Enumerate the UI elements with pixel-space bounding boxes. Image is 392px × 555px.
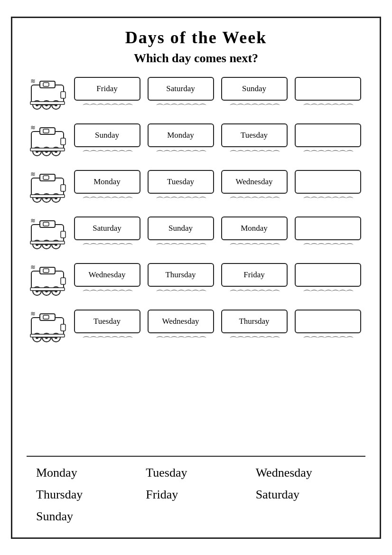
train-car: Thursday ⌒⌒⌒⌒⌒⌒⌒ [217,310,291,346]
car-wheels: ⌒⌒⌒⌒⌒⌒⌒ [221,242,288,253]
train-car: Wednesday ⌒⌒⌒⌒⌒⌒⌒ [70,263,144,300]
svg-text:≋: ≋ [30,310,36,317]
car-label [295,216,361,240]
train-car: Wednesday ⌒⌒⌒⌒⌒⌒⌒ [144,310,217,346]
svg-rect-77 [30,334,65,337]
train-rows: ≋ Friday ⌒⌒⌒⌒⌒⌒⌒ Saturday ⌒⌒⌒⌒⌒⌒⌒ Sunday [27,74,365,451]
svg-rect-17 [61,138,65,145]
train-car: Sunday ⌒⌒⌒⌒⌒⌒⌒ [217,77,291,113]
svg-rect-51 [30,241,65,244]
car-label: Saturday [148,77,214,101]
train-car: Monday ⌒⌒⌒⌒⌒⌒⌒ [217,216,291,253]
car-wheels: ⌒⌒⌒⌒⌒⌒⌒ [148,288,214,300]
word-bank-item: Wednesday [251,464,361,482]
page-subtitle: Which day comes next? [27,51,365,66]
train-car: Friday ⌒⌒⌒⌒⌒⌒⌒ [70,77,144,113]
car-wheels: ⌒⌒⌒⌒⌒⌒⌒ [295,149,361,160]
train-car: Saturday ⌒⌒⌒⌒⌒⌒⌒ [70,216,144,253]
svg-text:≋: ≋ [30,77,36,85]
svg-rect-4 [61,92,65,98]
train-car: Monday ⌒⌒⌒⌒⌒⌒⌒ [70,170,144,207]
car-wheels: ⌒⌒⌒⌒⌒⌒⌒ [221,288,288,300]
train-engine: ≋ [27,123,69,161]
car-label [295,123,361,147]
car-label: Thursday [221,310,288,333]
car-wheels: ⌒⌒⌒⌒⌒⌒⌒ [221,195,288,207]
car-label: Tuesday [148,170,214,194]
car-wheels: ⌒⌒⌒⌒⌒⌒⌒ [295,288,361,300]
train-car: ⌒⌒⌒⌒⌒⌒⌒ [291,216,364,253]
svg-text:≋: ≋ [30,124,36,131]
train-car: Tuesday ⌒⌒⌒⌒⌒⌒⌒ [144,170,217,207]
car-wheels: ⌒⌒⌒⌒⌒⌒⌒ [148,149,214,160]
word-bank: MondayTuesdayWednesdayThursdayFridaySatu… [27,461,365,528]
car-wheels: ⌒⌒⌒⌒⌒⌒⌒ [148,102,214,113]
word-bank-item: Monday [31,464,141,482]
train-car: Saturday ⌒⌒⌒⌒⌒⌒⌒ [144,77,217,113]
train-car: Monday ⌒⌒⌒⌒⌒⌒⌒ [144,123,217,160]
car-wheels: ⌒⌒⌒⌒⌒⌒⌒ [221,102,288,113]
svg-rect-25 [30,148,65,151]
car-label: Monday [221,216,288,240]
car-label: Friday [74,77,140,101]
car-wheels: ⌒⌒⌒⌒⌒⌒⌒ [148,242,214,253]
car-wheels: ⌒⌒⌒⌒⌒⌒⌒ [74,335,140,346]
train-row-1: ≋ Friday ⌒⌒⌒⌒⌒⌒⌒ Saturday ⌒⌒⌒⌒⌒⌒⌒ Sunday [27,74,365,117]
car-wheels: ⌒⌒⌒⌒⌒⌒⌒ [295,335,361,346]
car-label: Tuesday [74,310,140,333]
train-engine: ≋ [27,216,69,254]
svg-rect-30 [61,185,65,191]
train-row-3: ≋ Monday ⌒⌒⌒⌒⌒⌒⌒ Tuesday ⌒⌒⌒⌒⌒⌒⌒ Wednesd… [27,167,365,210]
train-engine: ≋ [27,263,69,301]
word-bank-item: Tuesday [141,464,251,482]
car-wheels: ⌒⌒⌒⌒⌒⌒⌒ [295,195,361,207]
car-label: Tuesday [221,123,288,147]
svg-rect-12 [30,102,65,104]
car-wheels: ⌒⌒⌒⌒⌒⌒⌒ [74,288,140,300]
svg-rect-43 [61,231,65,238]
svg-rect-29 [43,176,49,179]
car-wheels: ⌒⌒⌒⌒⌒⌒⌒ [74,195,140,207]
car-wheels: ⌒⌒⌒⌒⌒⌒⌒ [295,102,361,113]
car-label: Sunday [148,216,214,240]
train-car: ⌒⌒⌒⌒⌒⌒⌒ [291,77,364,113]
train-row-2: ≋ Sunday ⌒⌒⌒⌒⌒⌒⌒ Monday ⌒⌒⌒⌒⌒⌒⌒ Tuesday … [27,121,365,163]
car-label [295,310,361,333]
divider [27,456,365,457]
train-row-5: ≋ Wednesday ⌒⌒⌒⌒⌒⌒⌒ Thursday ⌒⌒⌒⌒⌒⌒⌒ Fri… [27,260,365,303]
svg-rect-56 [61,278,65,284]
train-car: Sunday ⌒⌒⌒⌒⌒⌒⌒ [144,216,217,253]
car-label: Wednesday [148,310,214,333]
car-wheels: ⌒⌒⌒⌒⌒⌒⌒ [74,102,140,113]
train-engine: ≋ [27,309,69,347]
car-label: Friday [221,263,288,287]
word-bank-item: Friday [141,486,251,504]
car-label: Wednesday [74,263,140,287]
train-car: Thursday ⌒⌒⌒⌒⌒⌒⌒ [144,263,217,300]
page-title: Days of the Week [27,28,365,47]
car-label: Saturday [74,216,140,240]
train-car: ⌒⌒⌒⌒⌒⌒⌒ [291,263,364,300]
train-car: ⌒⌒⌒⌒⌒⌒⌒ [291,310,364,346]
svg-rect-68 [43,315,49,319]
worksheet-page: Days of the Week Which day comes next? ≋… [11,17,381,539]
train-row-4: ≋ Saturday ⌒⌒⌒⌒⌒⌒⌒ Sunday ⌒⌒⌒⌒⌒⌒⌒ Monday [27,214,365,256]
car-wheels: ⌒⌒⌒⌒⌒⌒⌒ [221,149,288,160]
car-wheels: ⌒⌒⌒⌒⌒⌒⌒ [74,242,140,253]
car-label: Sunday [221,77,288,101]
svg-rect-55 [43,269,49,273]
train-engine: ≋ [27,76,69,114]
car-wheels: ⌒⌒⌒⌒⌒⌒⌒ [148,335,214,346]
word-bank-item: Sunday [31,508,141,526]
svg-rect-69 [61,324,65,331]
car-label: Wednesday [221,170,288,194]
car-wheels: ⌒⌒⌒⌒⌒⌒⌒ [148,195,214,207]
car-wheels: ⌒⌒⌒⌒⌒⌒⌒ [221,335,288,346]
car-label [295,77,361,101]
word-bank-item: Saturday [251,486,361,504]
svg-rect-16 [43,129,49,133]
train-engine: ≋ [27,169,69,207]
train-car: Tuesday ⌒⌒⌒⌒⌒⌒⌒ [70,310,144,346]
svg-text:≋: ≋ [30,170,36,178]
train-row-6: ≋ Tuesday ⌒⌒⌒⌒⌒⌒⌒ Wednesday ⌒⌒⌒⌒⌒⌒⌒ Thur… [27,307,365,349]
